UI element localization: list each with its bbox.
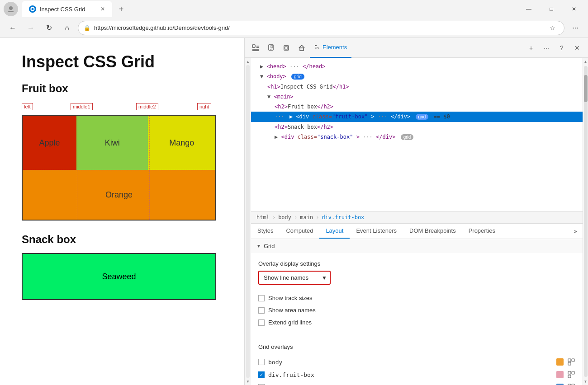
dt-close-button[interactable]: ✕ <box>570 41 584 55</box>
dt-add-button[interactable]: + <box>524 41 538 55</box>
svg-rect-9 <box>271 45 273 48</box>
tab-computed[interactable]: Computed <box>280 224 319 239</box>
svg-rect-18 <box>572 371 574 374</box>
url-text: https://microsoftedge.github.io/Demos/de… <box>94 24 542 31</box>
inspect-element-tool[interactable] <box>248 41 263 55</box>
favorite-button[interactable]: ☆ <box>546 22 559 34</box>
fruit-box-grid-badge[interactable]: grid <box>416 114 429 120</box>
extend-grid-lines-row[interactable]: Extend grid lines <box>258 316 575 329</box>
show-area-names-checkbox[interactable] <box>258 307 265 314</box>
scroll-down-arrow[interactable]: ▼ <box>245 378 251 385</box>
page-title: Inspect CSS Grid <box>22 52 223 71</box>
extend-grid-lines-label: Extend grid lines <box>268 319 312 326</box>
tab-title: Inspect CSS Grid <box>40 6 97 13</box>
grid-section-arrow: ▼ <box>256 244 261 249</box>
scrollbar-down[interactable]: ▼ <box>583 378 588 385</box>
breadcrumb-div-fruit-box[interactable]: div.fruit-box <box>320 213 366 221</box>
left-scroll-indicator: ▲ ▼ <box>245 58 251 385</box>
overlay-fruit-box-inspect-icon[interactable] <box>567 371 575 379</box>
scrollbar-track[interactable] <box>584 66 588 377</box>
dt-more-button[interactable]: ··· <box>539 41 554 55</box>
scroll-up-arrow[interactable]: ▲ <box>245 58 251 65</box>
overlay-body-color[interactable] <box>556 358 564 366</box>
grid-vline-2 <box>149 116 150 220</box>
active-tab[interactable]: Inspect CSS Grid ✕ <box>22 1 112 17</box>
grid-section: ▼ Grid Overlay display settings Show lin… <box>251 239 583 336</box>
grid-hline-1 <box>23 170 215 170</box>
tab-dom-breakpoints[interactable]: DOM Breakpoints <box>403 224 462 239</box>
tabs-more-button[interactable]: » <box>569 224 583 238</box>
tab-layout[interactable]: Layout <box>319 224 350 239</box>
overlay-fruit-box-color[interactable] <box>556 371 564 378</box>
breadcrumb-main[interactable]: main <box>298 213 315 221</box>
device-emulation-tool[interactable] <box>264 41 278 55</box>
maximize-button[interactable]: □ <box>541 2 562 16</box>
overlay-settings-label: Overlay display settings <box>258 260 575 267</box>
browser-window: Inspect CSS Grid ✕ + — □ ✕ ← → ↻ ⌂ 🔒 htt… <box>0 0 588 385</box>
tab-event-listeners[interactable]: Event Listeners <box>350 224 403 239</box>
close-button[interactable]: ✕ <box>564 2 584 16</box>
extend-grid-lines-checkbox[interactable] <box>258 319 265 326</box>
show-track-sizes-checkbox[interactable] <box>258 295 265 301</box>
layout-panel: ▼ Grid Overlay display settings Show lin… <box>251 239 583 385</box>
dom-line-div-fruit[interactable]: ··· ▶ <div class="fruit-box" > ··· </div… <box>251 112 583 122</box>
breadcrumb-html[interactable]: html <box>255 213 271 221</box>
show-track-sizes-label: Show track sizes <box>268 295 313 301</box>
show-area-names-label: Show area names <box>268 307 316 314</box>
home-button[interactable]: ⌂ <box>60 21 74 35</box>
svg-rect-11 <box>285 47 288 49</box>
label-left: left <box>22 103 33 110</box>
overlay-body-checkbox[interactable] <box>258 359 265 365</box>
3d-view-tool[interactable] <box>279 41 294 55</box>
home-panel-tool[interactable] <box>294 41 309 55</box>
grid-section-header[interactable]: ▼ Grid <box>251 239 583 253</box>
show-area-names-row[interactable]: Show area names <box>258 304 575 316</box>
overlay-body-inspect-icon[interactable] <box>567 358 575 366</box>
show-line-names-select[interactable]: Show line names <box>258 271 331 285</box>
dom-line-div-snack[interactable]: ▶ <div class="snack-box" > ··· </div> gr… <box>251 132 583 142</box>
devtools-scrollbar: ▲ ▼ <box>583 58 588 385</box>
back-button[interactable]: ← <box>5 21 20 35</box>
fruit-row-2: Orange <box>23 170 215 220</box>
scrollbar-thumb[interactable] <box>584 75 588 102</box>
new-tab-button[interactable]: + <box>114 2 128 16</box>
scroll-track <box>246 65 250 378</box>
dom-line-main[interactable]: ▼ <main> <box>251 92 583 102</box>
breadcrumb-body[interactable]: body <box>276 213 293 221</box>
dom-line-body[interactable]: ▼ <body> grid <box>251 71 583 82</box>
overlay-row-fruit-box: ✓ div.fruit-box <box>258 368 575 381</box>
snack-box-grid-badge[interactable]: grid <box>401 134 414 140</box>
dt-help-button[interactable]: ? <box>555 41 569 55</box>
tab-close-button[interactable]: ✕ <box>100 6 105 12</box>
overlay-fruit-box-checkbox[interactable]: ✓ <box>258 371 265 378</box>
show-track-sizes-row[interactable]: Show track sizes <box>258 292 575 304</box>
elements-panel-button[interactable]: </> Elements <box>310 38 351 58</box>
webpage-content: Inspect CSS Grid Fruit box left middle1 … <box>0 38 244 385</box>
grid-layout-content: Overlay display settings Show line names… <box>251 253 583 336</box>
body-grid-badge[interactable]: grid <box>291 74 304 80</box>
browser-more-button[interactable]: ··· <box>568 21 583 35</box>
minimize-button[interactable]: — <box>518 2 539 16</box>
scrollbar-up[interactable]: ▲ <box>583 58 588 65</box>
overlay-body-name: body <box>268 359 553 366</box>
tab-favicon <box>29 5 36 13</box>
snack-box-title: Snack box <box>22 233 223 246</box>
forward-button[interactable]: → <box>24 21 38 35</box>
tab-properties[interactable]: Properties <box>462 224 502 239</box>
kiwi-cell: Kiwi <box>76 116 148 170</box>
svg-rect-17 <box>568 371 571 374</box>
overlay-snack-box-inspect-icon[interactable] <box>567 383 575 385</box>
dom-line-head[interactable]: ▶ <head> ··· </head> <box>251 61 583 71</box>
label-middle1: middle1 <box>71 103 93 110</box>
refresh-button[interactable]: ↻ <box>42 21 56 35</box>
dom-line-h2-fruit[interactable]: <h2>Fruit box</h2> <box>251 102 583 112</box>
label-right: right <box>197 103 211 110</box>
fruit-box-title: Fruit box <box>22 82 223 95</box>
tab-styles[interactable]: Styles <box>251 224 280 239</box>
user-avatar[interactable] <box>4 2 18 16</box>
main-area: Inspect CSS Grid Fruit box left middle1 … <box>0 38 588 385</box>
fruit-grid-wrapper: Apple Kiwi Mango Orange <box>22 115 223 221</box>
address-bar[interactable]: 🔒 https://microsoftedge.github.io/Demos/… <box>78 21 564 35</box>
dom-line-h1[interactable]: <h1>Inspect CSS Grid</h1> <box>251 82 583 92</box>
dom-line-h2-snack[interactable]: <h2>Snack box</h2> <box>251 122 583 132</box>
